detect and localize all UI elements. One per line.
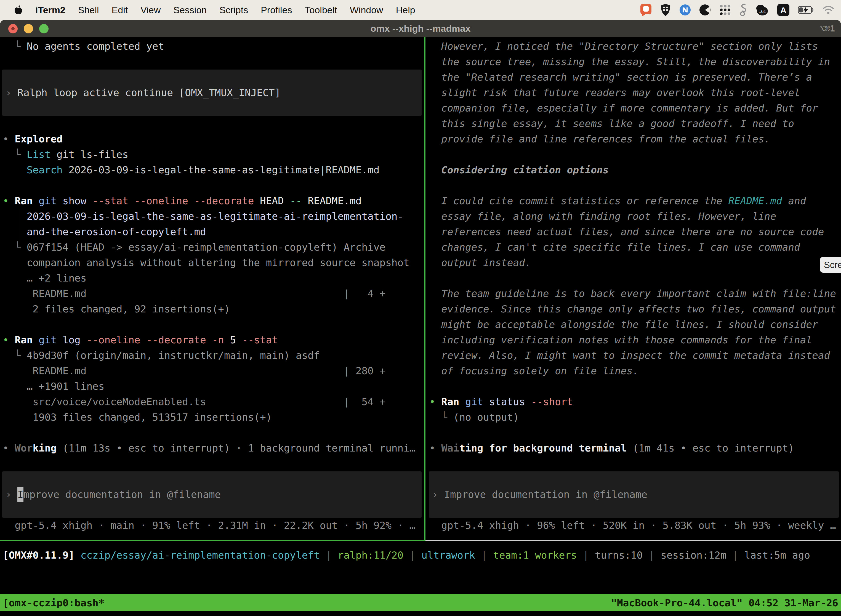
command-arg-wrap: 2026-03-09-is-legal-the-same-as-legitima… [3,209,424,224]
omx-status-line: [OMX#0.11.9] cczip/essay/ai-reimplementa… [3,547,810,563]
shield-grid-icon[interactable] [660,3,671,16]
menu-item-iterm2[interactable]: iTerm2 [35,5,65,15]
thinking-text: the "Related research writing" section i… [429,70,841,85]
command-output-line: … +1901 lines [3,378,424,394]
bullet-icon: • [3,133,15,145]
menu-item-window[interactable]: Window [350,5,383,15]
ralph-counter: ralph:11/20 [338,550,403,561]
menu-item-profiles[interactable]: Profiles [261,5,292,15]
bullet-icon: • [429,396,441,407]
separator: | [320,550,338,561]
working-label: king [32,442,57,454]
badge-61-icon[interactable]: ..61 [755,3,769,16]
separator: | [727,550,744,561]
wifi-icon[interactable] [822,3,834,16]
ultrawork-mode: ultrawork [421,550,475,561]
readme-file-link[interactable]: README.md [728,195,782,207]
git-command: git [32,195,57,207]
team-workers: team:1 workers [493,550,577,561]
command-output-line: … +2 lines [3,270,424,286]
tmux-status-bar: [omx-cczip0:bash* "MacBook-Pro-44.local"… [0,594,841,611]
menu-item-toolbelt[interactable]: Toolbelt [305,5,337,15]
ran-label: Ran [441,396,459,407]
waiting-status-line: • Waiting for background terminal (1m 41… [429,440,841,456]
tmux-session-window[interactable]: [omx-cczip0:bash* [3,597,104,609]
git-subcommand: log [57,334,81,346]
ran-git-status-line: • Ran git status --short [429,394,841,409]
waiting-label: ting for background terminal [459,442,627,454]
git-flags: --stat --oneline --decorate [86,195,254,207]
tree-glyph: └ [3,149,27,160]
menu-item-help[interactable]: Help [396,5,415,15]
thinking-text: provide file and line references from th… [429,131,841,147]
pane-border-active [0,540,425,541]
bullet-icon: • [3,334,15,346]
command-output-line: └ (no output) [429,409,841,425]
thinking-text: might be acceptable alongside the file l… [429,317,841,332]
separator: | [577,550,595,561]
commit-summary: 067f154 (HEAD -> essay/ai-reimplementati… [27,242,385,253]
command-arg-wrap: and-the-erosion-of-copyleft.md [3,224,424,239]
svg-text:A: A [780,6,786,15]
thinking-text: the source tree, missing the essay. Stil… [429,54,841,70]
diffstat-summary: 1903 files changed, 513517 insertions(+) [3,409,424,425]
diffstat-line: src/voice/voiceModeEnabled.ts | 54 + [3,394,424,409]
tree-glyph: └ [3,350,27,361]
search-verb: Search [3,164,63,176]
battery-icon[interactable] [798,3,814,16]
git-subcommand: status [483,396,525,407]
window-title-bar: omx --xhigh --madmax ⌥⌘1 [0,20,841,37]
tmux-host-clock: "MacBook-Pro-44.local" 04:52 31-Mar-26 [611,597,838,609]
thinking-text-part: I could cite commit statistics or refere… [429,195,728,207]
separator: | [643,550,661,561]
prompt-placeholder: Improve documentation in @filename [444,489,647,500]
git-file: README.md [302,195,362,207]
ran-git-show-line: • Ran git show --stat --oneline --decora… [3,193,424,209]
a-key-icon[interactable]: A [777,3,790,16]
git-command: git [32,334,57,346]
list-args: git ls-files [50,149,128,160]
waiting-label-dim: Wai [441,442,459,454]
menu-item-scripts[interactable]: Scripts [219,5,248,15]
notch-circle-icon[interactable] [699,3,711,16]
dots-grid-icon[interactable] [719,3,731,16]
n-app-icon[interactable] [679,3,691,16]
screen-share-tooltip-text: Scre [824,260,841,270]
apple-logo-icon[interactable] [14,3,23,16]
menu-item-session[interactable]: Session [173,5,207,15]
prompt-placeholder: mprove documentation in @filename [23,489,221,500]
thinking-heading: Considering citation options [429,162,841,178]
waiting-detail: (1m 41s • esc to interrupt) [627,442,794,454]
text-cursor: I [18,487,23,502]
separator: | [403,550,421,561]
thinking-text: slight risk that future readers may over… [429,85,841,100]
chevron-icon: › [6,87,18,98]
diffstat-summary: 2 files changed, 92 insertions(+) [3,301,424,317]
diffstat-line: README.md | 4 + [3,286,424,301]
git-flags: --oneline --decorate -n [81,334,224,346]
no-output-text: (no output) [453,412,519,423]
command-output-line: └ 067f154 (HEAD -> essay/ai-reimplementa… [3,239,424,255]
prompt-input-right[interactable]: › Improve documentation in @filename [429,471,839,518]
squiggle-icon[interactable] [740,3,747,16]
session-status-line: gpt-5.4 xhigh · 96% left · 520K in · 5.8… [429,518,841,533]
separator: | [475,550,493,561]
thinking-text: references need actual files, and since … [429,224,841,239]
tmux-pane-left: └ No agents completed yet › Ralph loop a… [0,37,424,541]
menu-item-shell[interactable]: Shell [78,5,99,15]
bullet-icon: • [3,442,15,454]
last-activity: last:5m ago [744,550,810,561]
thinking-text: this single essay, it seems like a good … [429,116,841,131]
command-output-line: companion analysis without altering the … [3,255,424,270]
prompt-input-left[interactable]: › Improve documentation in @filename [2,471,422,518]
screen-record-icon[interactable] [640,3,652,16]
menu-item-edit[interactable]: Edit [112,5,128,15]
ralph-loop-text: Ralph loop active continue [OMX_TMUX_INJ… [18,87,281,98]
working-detail: (11m 13s • esc to interrupt) · 1 backgro… [57,442,415,454]
window-title: omx --xhigh --madmax [0,23,841,34]
tree-guide-line [18,209,18,246]
thinking-text: companion file, especially if more comme… [429,100,841,116]
pane-divider[interactable] [424,37,425,541]
menu-item-view[interactable]: View [141,5,161,15]
tree-glyph: └ [429,412,453,423]
